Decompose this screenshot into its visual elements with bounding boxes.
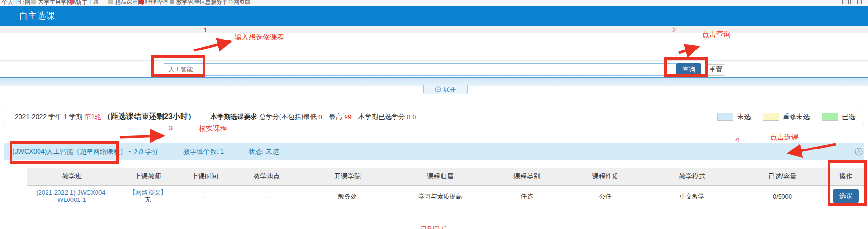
legend-label: 未选 (737, 113, 751, 121)
header-cell: 上课教师 (117, 172, 179, 181)
semester-info-text: 2021-2022 学年 1 学期 第1轮 （距选课结束还剩23小时） 本学期选… (15, 109, 418, 125)
header-cell: 课程性质 (566, 172, 645, 181)
table-header-row: 教学班 上课教师 上课时间 教学地点 开课学院 课程归属 课程类别 课程性质 教… (27, 168, 867, 186)
annotation-step-text-3: 核实课程 (199, 124, 227, 133)
annotation-arrow-3 (120, 136, 162, 137)
college-cell: 教务处 (302, 193, 393, 200)
course-search-input[interactable] (164, 63, 679, 76)
teacher-name: 无 (117, 196, 179, 203)
reset-button[interactable]: 重置 (706, 64, 725, 76)
end-of-list-text: 已到最后 (0, 225, 868, 229)
belong-cell: 学习与素质提高 (393, 193, 488, 200)
annotation-arrow-1 (194, 42, 229, 50)
annotation-step-text-1: 输入想选修课程 (234, 33, 284, 42)
course-status: 状态: 未选 (249, 148, 279, 156)
place-cell: -- (231, 193, 302, 200)
bookmark-item[interactable]: 教学管理信息服务平台网页版 (170, 0, 251, 6)
bookmark-item[interactable]: 个人中心网 (2, 0, 30, 6)
header-cell: 课程归属 (393, 172, 488, 181)
page-title: 自主选课 (19, 6, 55, 26)
red-square-icon (139, 0, 144, 4)
term-text: 2021-2022 学年 1 学期 (15, 113, 82, 121)
select-course-button[interactable]: 选课 (833, 189, 859, 203)
mode-cell: 中文教学 (645, 193, 740, 200)
gray-square-icon (170, 0, 174, 4)
bookmark-label: 哔哩哔哩 (145, 0, 168, 6)
course-selection-page: 个人中心网 大学生自学网站 新手上路 精品课程网 哔哩哔哩 教学管理信息服务平台… (0, 0, 868, 229)
course-group: (JWCX004)人工智能（超星网络课程） - 2.0 学分 教学班个数: 1 … (4, 143, 864, 217)
legend-swatch-unselected (717, 113, 733, 121)
header-cell: 教学模式 (645, 172, 740, 181)
extension-icon (850, 0, 855, 4)
legend-label: 已选 (842, 113, 855, 121)
bookmark-item[interactable]: 新手上路 (70, 0, 99, 6)
selected-credit: 0.0 (407, 113, 416, 121)
folder-icon (31, 0, 36, 4)
annotation-step-text-4: 点击选课 (770, 133, 799, 142)
selected-label: 本学期已选学分 (358, 113, 405, 121)
header-cell: 课程类别 (488, 172, 566, 181)
bookmark-item[interactable]: 精品课程网 (108, 0, 144, 6)
monitor-icon (842, 0, 849, 4)
table-left-border (15, 164, 15, 216)
page-header: 自主选课 (0, 6, 868, 26)
annotation-step-number-4: 4 (735, 136, 739, 144)
header-cell: 教学班 (27, 172, 117, 181)
annotation-step-number-3: 3 (169, 124, 173, 132)
requirement-rest: 总学分(不包括)最低 (259, 113, 317, 121)
expand-toggle[interactable]: 展开 (423, 85, 468, 94)
expand-label: 展开 (444, 85, 456, 94)
nature-cell: 公任 (566, 193, 645, 200)
action-cell: 选课 (825, 189, 867, 203)
annotation-step-number-2: 2 (672, 26, 676, 34)
sub-header-strip (0, 26, 868, 33)
max-label: 最高 (329, 113, 342, 121)
bookmark-item[interactable]: 哔哩哔哩 (139, 0, 168, 6)
teacher-tag[interactable]: 【网络授课】 (117, 189, 179, 196)
deadline-text: （距选课结束还剩23小时） (103, 112, 195, 122)
class-link[interactable]: (2021-2022-1)-JWCX004-WL0001-1 (27, 189, 117, 203)
course-class-count: 教学班个数: 1 (183, 148, 224, 156)
min-credit: 0 (318, 113, 322, 121)
teacher-cell: 【网络授课】 无 (117, 189, 179, 203)
folder-icon (108, 0, 113, 4)
legend-item: 重修未选 (763, 113, 810, 121)
course-credit-unit: 学分 (145, 148, 158, 156)
legend-label: 重修未选 (783, 113, 810, 121)
round-text: 第1轮 (84, 113, 101, 121)
annotation-step-number-1: 1 (203, 26, 207, 34)
bookmark-label: 教学管理信息服务平台网页版 (176, 0, 251, 6)
time-cell: -- (179, 193, 231, 200)
collapse-icon[interactable] (855, 148, 863, 156)
annotation-step-text-2: 点击查询 (702, 30, 731, 39)
category-cell: 任选 (488, 193, 566, 200)
bookmarks-bar: 个人中心网 大学生自学网站 新手上路 精品课程网 哔哩哔哩 教学管理信息服务平台… (0, 0, 868, 6)
course-credit: 2.0 (134, 148, 143, 156)
legend-item: 已选 (822, 113, 855, 121)
annotation-arrow-2 (679, 47, 697, 53)
header-cell: 开课学院 (302, 172, 393, 181)
table-row: (2021-2022-1)-JWCX004-WL0001-1 【网络授课】 无 … (27, 186, 867, 207)
requirement-bold: 本学期选课要求 (211, 113, 257, 121)
bookmark-label: 新手上路 (76, 0, 99, 6)
capacity-cell: 0/5000 (740, 193, 825, 200)
legend-item: 未选 (717, 113, 751, 121)
query-button[interactable]: 查询 (676, 63, 701, 76)
legend-swatch-retake (763, 113, 779, 121)
panel-divider (0, 60, 868, 61)
course-title: (JWCX004)人工智能（超星网络课程） - (12, 148, 131, 156)
semester-info-bar: 2021-2022 学年 1 学期 第1轮 （距选课结束还剩23小时） 本学期选… (4, 109, 864, 125)
menu-icon (857, 0, 862, 4)
course-band[interactable]: (JWCX004)人工智能（超星网络课程） - 2.0 学分 教学班个数: 1 … (4, 143, 864, 160)
max-credit: 99 (344, 113, 352, 121)
status-legend: 未选 重修未选 已选 (717, 109, 855, 125)
header-cell: 上课时间 (179, 172, 231, 181)
browser-toolbar-icons[interactable] (842, 0, 862, 6)
header-cell: 已选/容量 (740, 172, 825, 181)
header-cell: 教学地点 (231, 172, 302, 181)
bookmark-label: 个人中心网 (2, 0, 30, 6)
header-cell: 操作 (825, 172, 867, 181)
chevron-down-circle-icon (435, 86, 441, 92)
pink-dot-icon (70, 0, 74, 4)
legend-swatch-selected (822, 113, 838, 121)
